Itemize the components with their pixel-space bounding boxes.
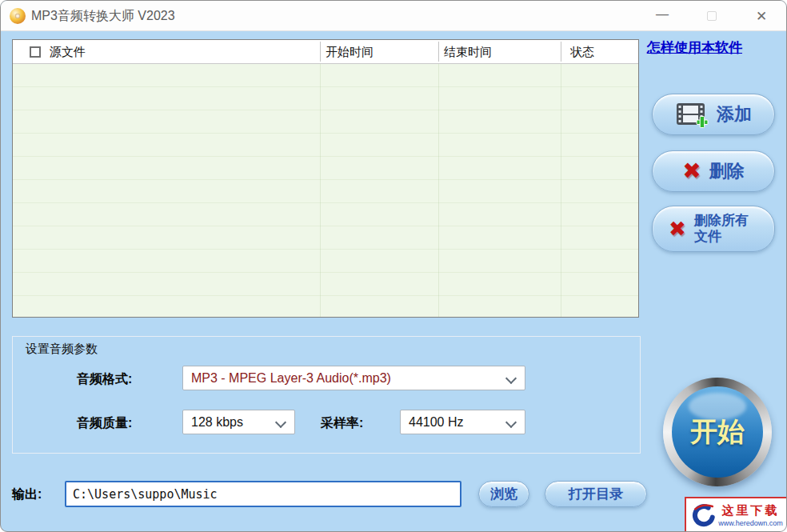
filmstrip-add-icon: [675, 101, 709, 128]
maximize-button[interactable]: [687, 1, 737, 31]
column-divider: [561, 42, 561, 62]
watermark-text: 这里下载 www.heredown.com: [718, 503, 783, 527]
app-window: MP3音频转换大师 V2023 — ✕ 源文件 开始时间 结束时间 状态 怎样使…: [0, 0, 787, 532]
minimize-icon: —: [656, 7, 669, 22]
file-list-body[interactable]: [13, 64, 638, 317]
red-x-icon: ✖: [669, 218, 686, 239]
red-x-icon: ✖: [682, 160, 701, 182]
select-all-checkbox[interactable]: [30, 46, 41, 58]
delete-button-label: 删除: [709, 159, 745, 183]
watermark-url: www.heredown.com: [718, 519, 783, 527]
title-bar: MP3音频转换大师 V2023 — ✕: [1, 1, 786, 31]
watermark-brand: 这里下载: [722, 503, 780, 518]
samplerate-dropdown[interactable]: 44100 Hz: [400, 410, 525, 434]
output-path-input[interactable]: [65, 481, 461, 507]
audio-quality-value: 128 kbps: [191, 415, 243, 429]
audio-format-dropdown[interactable]: MP3 - MPEG Layer-3 Audio(*.mp3): [182, 366, 525, 390]
output-label: 输出:: [12, 486, 42, 503]
open-directory-label: 打开目录: [569, 485, 623, 503]
maximize-icon: [707, 11, 717, 21]
column-divider: [438, 42, 439, 62]
app-icon: [10, 8, 26, 24]
file-list-table: 源文件 开始时间 结束时间 状态: [12, 39, 639, 318]
grid-line: [561, 64, 561, 317]
close-icon: ✕: [756, 8, 767, 25]
audio-settings-group: 设置音频参数: [12, 336, 641, 454]
samplerate-label: 采样率:: [321, 415, 363, 432]
help-link[interactable]: 怎样使用本软件: [647, 38, 742, 57]
start-button-label: 开始: [690, 414, 745, 450]
heredown-logo-icon: [689, 502, 716, 529]
column-divider: [320, 42, 321, 62]
grid-line: [438, 64, 439, 317]
browse-button[interactable]: 浏览: [478, 481, 529, 507]
column-end-time[interactable]: 结束时间: [444, 40, 492, 64]
audio-quality-dropdown[interactable]: 128 kbps: [182, 410, 295, 434]
open-directory-button[interactable]: 打开目录: [545, 481, 647, 507]
samplerate-value: 44100 Hz: [409, 415, 464, 429]
delete-all-button-label: 删除所有文件: [694, 213, 758, 245]
grid-line: [320, 64, 321, 317]
column-start-time[interactable]: 开始时间: [326, 40, 374, 64]
quality-label: 音频质量:: [77, 415, 132, 432]
close-button[interactable]: ✕: [737, 1, 786, 31]
watermark-badge: 这里下载 www.heredown.com: [685, 497, 787, 532]
column-source-file[interactable]: 源文件: [50, 40, 86, 64]
group-title: 设置音频参数: [26, 342, 98, 357]
file-list-header: 源文件 开始时间 结束时间 状态: [13, 40, 638, 64]
window-title: MP3音频转换大师 V2023: [31, 1, 175, 31]
start-button-face: 开始: [672, 386, 763, 478]
format-label: 音频格式:: [77, 371, 132, 388]
window-controls: — ✕: [637, 1, 786, 31]
start-button[interactable]: 开始: [663, 378, 772, 486]
add-button[interactable]: 添加: [652, 94, 775, 135]
column-status[interactable]: 状态: [570, 40, 594, 64]
minimize-button[interactable]: —: [637, 1, 687, 31]
audio-format-value: MP3 - MPEG Layer-3 Audio(*.mp3): [191, 371, 391, 385]
browse-button-label: 浏览: [490, 485, 517, 503]
add-button-label: 添加: [717, 102, 752, 126]
delete-button[interactable]: ✖ 删除: [652, 150, 775, 192]
delete-all-button[interactable]: ✖ 删除所有文件: [652, 206, 775, 252]
